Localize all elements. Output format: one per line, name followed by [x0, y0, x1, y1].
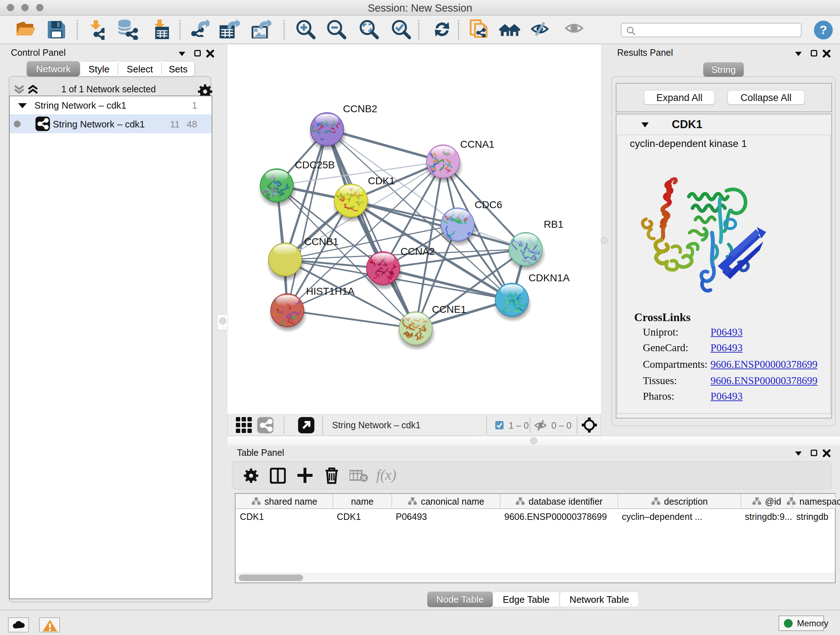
svg-text:CCNA1: CCNA1 [460, 139, 494, 150]
svg-text:CDK1: CDK1 [368, 175, 395, 187]
svg-text:CDKN1A: CDKN1A [529, 272, 570, 283]
svg-text:?: ? [820, 23, 827, 36]
svg-text:CCNB2: CCNB2 [343, 103, 377, 114]
svg-text:CDC6: CDC6 [475, 199, 502, 211]
svg-text:CCNE1: CCNE1 [432, 304, 466, 315]
svg-text:HIST1H1A: HIST1H1A [306, 286, 355, 297]
svg-text:RB1: RB1 [544, 219, 563, 230]
svg-text:CDC25B: CDC25B [295, 159, 335, 171]
svg-text:CCNA2: CCNA2 [401, 246, 435, 257]
svg-text:CCNB1: CCNB1 [304, 236, 339, 247]
